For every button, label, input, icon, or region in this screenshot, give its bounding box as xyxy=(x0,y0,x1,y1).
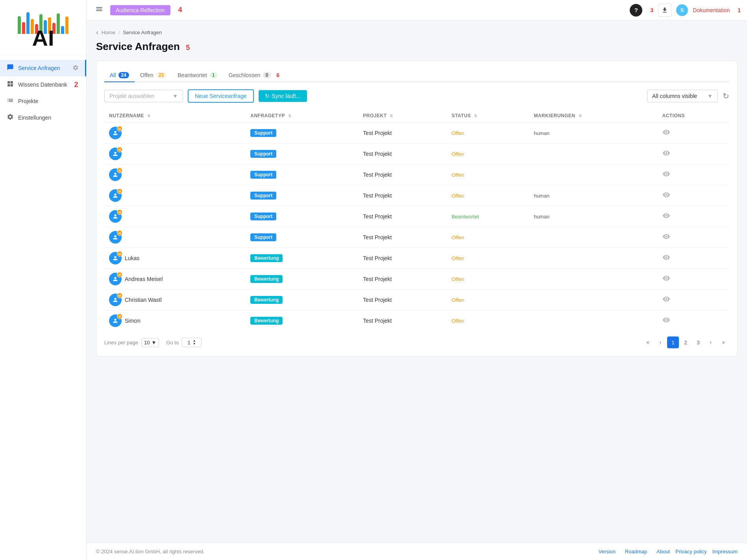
cell-type-4: Support xyxy=(246,206,358,227)
username-text-9: Simon xyxy=(125,318,141,324)
grid-icon xyxy=(6,80,14,89)
page-last-button[interactable]: » xyxy=(717,336,729,348)
sort-arrow-status[interactable]: ⇅ xyxy=(474,114,477,118)
settings-icon xyxy=(6,113,14,122)
sort-arrow-markierungen[interactable]: ⇅ xyxy=(579,114,582,118)
goto-label: Go to xyxy=(166,340,179,346)
view-button-7[interactable] xyxy=(662,274,670,284)
type-badge-4: Support xyxy=(250,213,276,220)
annotation-5: 5 xyxy=(186,44,190,52)
cell-actions-3 xyxy=(658,185,729,206)
project-select[interactable]: Projekt auswählen ▼ xyxy=(104,90,183,102)
roadmap-link[interactable]: Roadmap xyxy=(625,549,647,554)
sort-arrow-projekt[interactable]: ⇅ xyxy=(390,114,393,118)
avatar-2: M xyxy=(109,168,122,181)
col-status: STATUS ⇅ xyxy=(447,109,529,123)
privacy-link[interactable]: Privacy policy xyxy=(675,549,706,554)
cell-markierungen-7 xyxy=(529,269,657,290)
version-link[interactable]: Version xyxy=(599,549,616,554)
cell-projekt-0: Test Projekt xyxy=(358,123,447,144)
page-3-button[interactable]: 3 xyxy=(692,336,704,348)
sidebar-nav: Service Anfragen Wissens Datenbank 2 Pro… xyxy=(0,55,86,560)
page-title: Service Anfragen 5 xyxy=(96,41,738,53)
breadcrumb: ‹ Home / Service Anfragen xyxy=(96,28,738,37)
menu-button[interactable] xyxy=(93,3,105,17)
table-row: MSimonBewertungTest ProjektOffen xyxy=(104,310,729,331)
col-actions: ACTIONS xyxy=(658,109,729,123)
cell-status-9: Offen xyxy=(447,310,529,331)
user-cell-0: M xyxy=(109,127,241,139)
type-badge-1: Support xyxy=(250,150,276,158)
app-name-badge[interactable]: Audienca Reflection xyxy=(110,5,170,15)
tab-all[interactable]: All 24 xyxy=(104,69,135,82)
page-first-button[interactable]: « xyxy=(642,336,654,348)
cell-actions-6 xyxy=(658,248,729,269)
page-1-button[interactable]: 1 xyxy=(667,336,679,348)
about-link[interactable]: About xyxy=(656,549,670,554)
cell-username-3: M xyxy=(104,185,246,206)
cell-status-6: Offen xyxy=(447,248,529,269)
tab-geschlossen[interactable]: Geschlossen 0 6 xyxy=(223,69,285,82)
view-button-5[interactable] xyxy=(662,233,670,242)
view-button-6[interactable] xyxy=(662,253,670,263)
logo-container: AI xyxy=(0,0,86,55)
sync-button[interactable]: ↻ Sync läuft... xyxy=(259,90,307,102)
sidebar-item-wissens-datenbank[interactable]: Wissens Datenbank 2 xyxy=(0,76,86,93)
cell-username-5: M xyxy=(104,227,246,248)
tab-beantwortet[interactable]: Beantwortet 1 xyxy=(172,69,223,82)
sidebar-item-service-anfragen[interactable]: Service Anfragen xyxy=(0,60,86,76)
columns-select[interactable]: All columns visible ▼ xyxy=(647,90,718,102)
user-cell-2: M xyxy=(109,168,241,181)
view-button-8[interactable] xyxy=(662,295,670,305)
cell-markierungen-0: human xyxy=(529,123,657,144)
table-row: MLukasBewertungTest ProjektOffen xyxy=(104,248,729,269)
lines-per-page-select[interactable]: 10 ▼ xyxy=(141,338,159,347)
cell-username-6: MLukas xyxy=(104,248,246,269)
type-badge-9: Bewertung xyxy=(250,317,283,325)
breadcrumb-home[interactable]: Home xyxy=(102,30,115,35)
view-button-0[interactable] xyxy=(662,128,670,138)
status-badge-1: Offen xyxy=(451,151,464,157)
cell-username-7: MAndreas Meisel xyxy=(104,269,246,290)
type-badge-8: Bewertung xyxy=(250,296,283,304)
help-button[interactable]: ? xyxy=(630,4,642,17)
view-button-9[interactable] xyxy=(662,316,670,326)
cell-actions-8 xyxy=(658,290,729,310)
export-button[interactable] xyxy=(658,4,671,17)
cell-actions-0 xyxy=(658,123,729,144)
sidebar-settings-icon[interactable] xyxy=(72,65,79,72)
user-avatar[interactable]: S xyxy=(676,4,688,16)
page-prev-button[interactable]: ‹ xyxy=(655,336,666,348)
cell-markierungen-3: human xyxy=(529,185,657,206)
user-cell-9: MSimon xyxy=(109,314,241,327)
breadcrumb-current: Service Anfragen xyxy=(123,30,162,35)
back-button[interactable]: ‹ xyxy=(96,28,98,37)
logo-stick xyxy=(18,16,21,34)
cell-actions-5 xyxy=(658,227,729,248)
sort-arrow-anfragetyp[interactable]: ⇅ xyxy=(288,114,292,118)
avatar-m-badge-1: M xyxy=(117,147,122,152)
status-badge-4: Beantwortet xyxy=(451,214,479,220)
page-next-button[interactable]: › xyxy=(705,336,717,348)
impressum-link[interactable]: Impressum xyxy=(712,549,738,554)
view-button-1[interactable] xyxy=(662,149,670,159)
refresh-button[interactable]: ↻ xyxy=(723,91,729,101)
tab-all-count: 24 xyxy=(118,72,129,78)
chat-icon xyxy=(6,64,14,72)
cell-type-7: Bewertung xyxy=(246,269,358,290)
view-button-2[interactable] xyxy=(662,170,670,180)
view-button-3[interactable] xyxy=(662,191,670,201)
sidebar-item-einstellungen[interactable]: Einstellungen xyxy=(0,109,86,126)
sort-arrow-nutzername[interactable]: ⇅ xyxy=(147,114,151,118)
documentation-link[interactable]: Dokumentation xyxy=(693,7,730,13)
type-badge-7: Bewertung xyxy=(250,275,283,283)
page-2-button[interactable]: 2 xyxy=(680,336,692,348)
user-cell-4: M xyxy=(109,210,241,223)
new-service-request-button[interactable]: Neue Serviceanfrage xyxy=(188,89,254,103)
tab-offen[interactable]: Offen 23 xyxy=(135,69,172,82)
goto-input[interactable]: 1 ▲▼ xyxy=(182,338,202,347)
tabs-container: All 24 Offen 23 Beantwortet 1 Geschlosse… xyxy=(104,69,729,82)
view-button-4[interactable] xyxy=(662,212,670,222)
sidebar-item-projekte[interactable]: Projekte xyxy=(0,93,86,109)
avatar-9: M xyxy=(109,314,122,327)
